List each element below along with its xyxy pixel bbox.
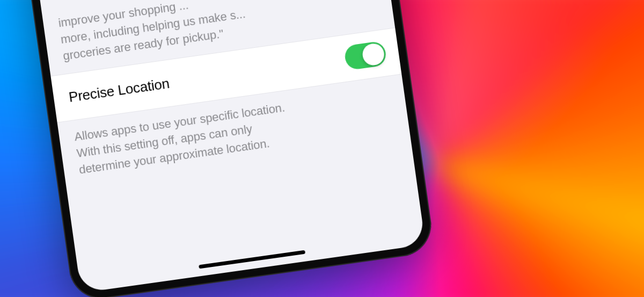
toggle-knob <box>361 42 385 67</box>
home-indicator[interactable] <box>199 250 305 269</box>
iphone-screen: improve your shopping ... more, includin… <box>25 0 426 293</box>
precise-location-toggle[interactable] <box>343 41 387 71</box>
location-settings-panel: improve your shopping ... more, includin… <box>25 0 409 180</box>
precise-location-label: Precise Location <box>68 75 171 106</box>
iphone-device: improve your shopping ... more, includin… <box>16 0 435 297</box>
iphone-frame: improve your shopping ... more, includin… <box>16 0 435 297</box>
